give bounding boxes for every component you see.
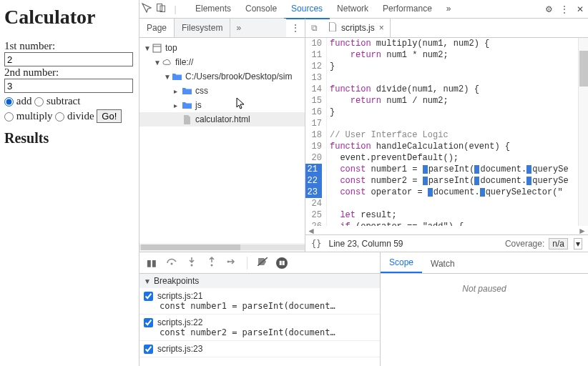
file-tab-label: scripts.js	[341, 23, 375, 33]
breakpoint-snippet: const number1 = parseInt(document…	[160, 301, 376, 311]
folder-icon	[171, 71, 182, 82]
coverage-value: n/a	[549, 238, 568, 249]
tree-top[interactable]: ▼ top	[139, 41, 305, 55]
devtools-toolbar: | Elements Console Sources Network Perfo…	[139, 0, 588, 19]
tab-elements[interactable]: Elements	[188, 0, 238, 19]
radio-multiply[interactable]	[4, 112, 14, 122]
results-heading: Results	[4, 130, 134, 147]
tree-folder-css[interactable]: ▸ css	[139, 84, 305, 98]
breakpoints-list: scripts.js:21 const number1 = parseInt(d…	[139, 288, 380, 366]
breakpoint-file: scripts.js:21	[157, 291, 202, 301]
breakpoint-file: scripts.js:22	[157, 317, 202, 327]
tree-path[interactable]: ▼ C:/Users/brook/Desktop/sim	[139, 69, 305, 84]
scroll-left-icon[interactable]: ◄	[305, 226, 317, 234]
tree-file-scheme[interactable]: ▼ file://	[139, 55, 305, 69]
coverage-label: Coverage:	[505, 239, 544, 249]
rendered-webpage: Calculator 1st number: 2nd number: add s…	[0, 0, 139, 366]
breakpoint-checkbox[interactable]	[144, 292, 153, 301]
breakpoint-snippet: const number2 = parseInt(document…	[160, 327, 376, 337]
svg-rect-2	[153, 44, 161, 52]
breakpoint-checkbox[interactable]	[144, 345, 153, 354]
radio-divide[interactable]	[55, 112, 64, 122]
devtools-tabs: Elements Console Sources Network Perform…	[188, 0, 459, 19]
radio-add[interactable]	[4, 97, 14, 107]
h-scrollbar[interactable]	[139, 243, 305, 252]
file-tree: ▼ top ▼ file:// ▼ C:/Users/brook/Desktop…	[139, 38, 305, 243]
debugger-pane: ▮▮ ▮▮ ▼Breakpoints scripts.js:21 const n…	[139, 252, 588, 366]
tab-watch[interactable]: Watch	[422, 254, 464, 273]
tab-sources[interactable]: Sources	[284, 0, 330, 19]
device-toggle-icon[interactable]	[154, 3, 168, 15]
navigator-pane: Page Filesystem » ⋮ ▼ top ▼ file:// ▼	[139, 19, 305, 252]
pretty-print-icon[interactable]: {}	[311, 239, 321, 249]
breakpoint-item[interactable]: scripts.js:21 const number1 = parseInt(d…	[139, 288, 380, 315]
settings-icon[interactable]: ⚙	[541, 4, 557, 14]
tab-network[interactable]: Network	[330, 0, 376, 19]
not-paused-message: Not paused	[381, 274, 588, 366]
devtools-panel: | Elements Console Sources Network Perfo…	[139, 0, 588, 366]
radio-subtract[interactable]	[34, 97, 44, 107]
pause-on-exceptions-icon[interactable]: ▮▮	[276, 257, 289, 269]
v-scrollbar[interactable]	[578, 38, 588, 226]
svg-point-6	[211, 264, 213, 267]
deactivate-breakpoints-icon[interactable]	[256, 257, 269, 268]
breakpoint-item[interactable]: scripts.js:22 const number2 = parseInt(d…	[139, 315, 380, 341]
svg-point-5	[191, 264, 193, 267]
num2-input[interactable]	[4, 79, 133, 93]
file-tab-scripts[interactable]: scripts.js ×	[323, 19, 391, 37]
step-icon[interactable]	[225, 257, 238, 268]
num1-label: 1st number:	[4, 40, 134, 52]
subtab-overflow-icon[interactable]: »	[230, 19, 286, 37]
folder-icon	[181, 85, 192, 97]
file-tab-close-icon[interactable]: ×	[379, 23, 384, 33]
pause-icon[interactable]: ▮▮	[145, 258, 158, 268]
subtab-filesystem[interactable]: Filesystem	[174, 19, 230, 37]
breakpoint-checkbox[interactable]	[144, 318, 153, 327]
cursor-position: Line 23, Column 59	[328, 239, 403, 249]
folder-icon	[181, 99, 192, 111]
tree-file-html[interactable]: calculator.html	[139, 112, 305, 127]
subtab-page[interactable]: Page	[139, 19, 174, 37]
tabs-overflow-icon[interactable]: »	[439, 0, 459, 19]
step-out-icon[interactable]	[205, 257, 218, 269]
breakpoints-header[interactable]: ▼Breakpoints	[139, 274, 380, 288]
code-editor[interactable]: 1011121314151617181920212223242526functi…	[305, 38, 578, 226]
coverage-dropdown-icon[interactable]: ▾	[574, 238, 582, 249]
close-icon[interactable]: ✕	[572, 4, 588, 14]
inspect-icon[interactable]	[139, 3, 154, 15]
num2-label: 2nd number:	[4, 66, 134, 79]
js-file-icon	[328, 22, 337, 34]
cloud-icon	[161, 56, 172, 68]
svg-point-4	[171, 263, 173, 265]
tree-folder-js[interactable]: ▸ js	[139, 98, 305, 112]
page-title: Calculator	[4, 6, 134, 29]
breakpoint-item[interactable]: scripts.js:23	[139, 341, 380, 357]
breakpoint-file: scripts.js:23	[157, 344, 202, 354]
tab-performance[interactable]: Performance	[376, 0, 439, 19]
go-button[interactable]: Go!	[97, 109, 122, 123]
num1-input[interactable]	[4, 52, 133, 66]
debugger-controls: ▮▮ ▮▮	[139, 252, 380, 274]
editor-status-bar: {} Line 23, Column 59 Coverage: n/a ▾	[305, 234, 588, 252]
tab-scope[interactable]: Scope	[381, 253, 422, 273]
svg-rect-0	[157, 4, 162, 11]
file-icon	[181, 114, 192, 125]
toolbar-separator: |	[168, 4, 182, 14]
editor-pane: ⧉ scripts.js × 1011121314151617181920212…	[305, 19, 588, 252]
tab-console[interactable]: Console	[238, 0, 284, 19]
window-icon	[151, 42, 162, 54]
scroll-right-icon[interactable]: ►	[577, 226, 588, 234]
svg-point-7	[227, 261, 230, 263]
file-nav-icon[interactable]: ⧉	[305, 23, 323, 33]
step-over-icon[interactable]	[165, 257, 178, 268]
step-into-icon[interactable]	[185, 257, 198, 269]
navigator-more-icon[interactable]: ⋮	[286, 19, 305, 37]
more-icon[interactable]: ⋮	[557, 4, 572, 14]
